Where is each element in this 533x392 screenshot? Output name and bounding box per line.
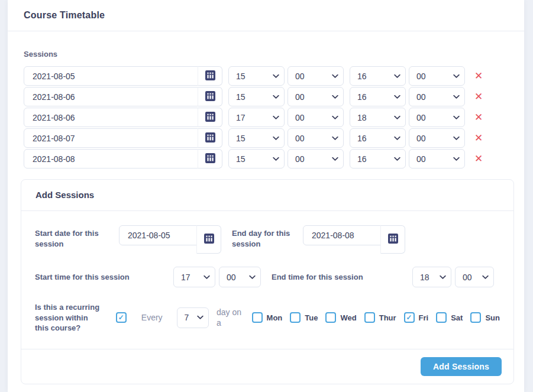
session-date-input[interactable] [24, 87, 198, 106]
session-date-input[interactable] [24, 149, 198, 169]
add-sessions-header: Add Sessions [21, 180, 513, 211]
calendar-icon [205, 132, 215, 142]
start-hour-select-wrap: 15 [228, 128, 285, 148]
weekday-item: Mon [252, 312, 283, 323]
weekday-label: Fri [419, 313, 429, 322]
session-date-group [24, 108, 222, 127]
end-hour-select-wrap: 16 [350, 128, 406, 148]
weekday-checkbox[interactable] [290, 312, 301, 323]
delete-session-icon[interactable]: ✕ [474, 71, 483, 81]
session-end-minute-select[interactable]: 00 [409, 108, 465, 127]
end-time-minute-wrap: 00 [455, 267, 494, 287]
session-row: 17 00 18 00 [24, 108, 511, 127]
end-hour-select-wrap: 18 [350, 108, 406, 127]
end-hour-select-wrap: 16 [350, 149, 406, 169]
recurring-checkbox[interactable] [116, 312, 127, 323]
session-end-hour-select[interactable]: 16 [350, 66, 406, 86]
start-hour-select-wrap: 15 [228, 66, 285, 86]
end-minute-select-wrap: 00 [409, 87, 465, 106]
weekday-label: Sun [485, 313, 500, 322]
session-end-hour-select[interactable]: 16 [350, 87, 406, 106]
session-date-input[interactable] [24, 66, 198, 86]
session-end-minute-select[interactable]: 00 [409, 66, 465, 86]
add-sessions-title: Add Sessions [35, 190, 94, 200]
calendar-button[interactable] [198, 66, 222, 86]
weekday-checkbox[interactable] [252, 312, 263, 323]
weekday-checkbox[interactable] [404, 312, 415, 323]
weekday-checkboxes: Mon Tue Wed Thur [252, 312, 500, 323]
panel-header: Course Timetable [8, 0, 524, 31]
session-rows: 15 00 16 00 [24, 66, 511, 169]
calendar-button[interactable] [380, 225, 405, 254]
end-time-hour-select[interactable]: 18 [412, 267, 451, 287]
session-end-hour-select[interactable]: 16 [350, 128, 406, 148]
session-date-group [24, 128, 222, 148]
session-date-input[interactable] [24, 108, 198, 127]
start-time-minute-select[interactable]: 00 [219, 267, 261, 287]
start-minute-select-wrap: 00 [288, 66, 344, 86]
add-sessions-card: Add Sessions Start date for this session… [21, 179, 514, 384]
delete-session-icon[interactable]: ✕ [474, 154, 483, 164]
session-date-group [24, 87, 222, 106]
session-date-group [24, 149, 222, 169]
end-date-input[interactable] [303, 225, 381, 245]
session-start-hour-select[interactable]: 15 [228, 149, 285, 169]
calendar-button[interactable] [198, 108, 222, 127]
start-date-input[interactable] [119, 225, 197, 245]
weekday-checkbox[interactable] [325, 312, 336, 323]
weekday-label: Thur [379, 313, 396, 322]
delete-session-icon[interactable]: ✕ [474, 92, 483, 102]
session-start-hour-select[interactable]: 15 [228, 66, 285, 86]
session-start-hour-select[interactable]: 17 [228, 108, 285, 127]
session-date-input[interactable] [24, 128, 198, 148]
end-time-hour-wrap: 18 [412, 267, 451, 287]
weekday-item: Fri [404, 312, 429, 323]
start-hour-select-wrap: 15 [228, 87, 285, 106]
weekday-item: Sat [436, 312, 463, 323]
start-minute-select-wrap: 00 [288, 87, 344, 106]
calendar-icon [205, 91, 215, 101]
end-time-minute-select[interactable]: 00 [455, 267, 494, 287]
session-row: 15 00 16 00 [24, 87, 511, 106]
session-start-hour-select[interactable]: 15 [228, 128, 285, 148]
calendar-button[interactable] [198, 149, 222, 169]
calendar-icon [204, 234, 214, 244]
weekday-checkbox[interactable] [364, 312, 375, 323]
session-end-minute-select[interactable]: 00 [409, 128, 465, 148]
start-time-hour-select[interactable]: 17 [173, 267, 215, 287]
session-end-minute-select[interactable]: 00 [409, 149, 465, 169]
session-end-hour-select[interactable]: 16 [350, 149, 406, 169]
end-date-group [303, 225, 405, 254]
delete-session-icon[interactable]: ✕ [474, 112, 483, 122]
weekday-checkbox[interactable] [436, 312, 447, 323]
session-end-minute-select[interactable]: 00 [409, 87, 465, 106]
calendar-button[interactable] [198, 128, 222, 148]
calendar-icon [205, 112, 215, 122]
add-sessions-button[interactable]: Add Sessions [421, 357, 502, 376]
session-start-minute-select[interactable]: 00 [288, 108, 344, 127]
start-time-label: Start time for this session [35, 272, 173, 283]
weekday-label: Mon [267, 313, 283, 322]
delete-session-icon[interactable]: ✕ [474, 133, 483, 143]
calendar-button[interactable] [196, 225, 221, 254]
weekday-item: Wed [325, 312, 356, 323]
calendar-button[interactable] [198, 87, 222, 106]
start-date-label: Start date for this session [35, 225, 119, 249]
session-start-minute-select[interactable]: 00 [288, 128, 344, 148]
session-row: 15 00 16 00 [24, 149, 511, 169]
interval-select[interactable]: 7 [177, 307, 209, 328]
interval-select-wrap: 7 [177, 307, 209, 328]
recurring-row: Is this a recurring session within this … [35, 302, 500, 333]
session-start-minute-select[interactable]: 00 [288, 87, 344, 106]
panel-body: Sessions 15 00 [8, 31, 524, 384]
session-start-hour-select[interactable]: 15 [228, 87, 285, 106]
session-row: 15 00 16 00 [24, 66, 511, 86]
weekday-checkbox[interactable] [470, 312, 481, 323]
session-start-minute-select[interactable]: 00 [288, 66, 344, 86]
time-range-row: Start time for this session 17 00 End ti… [35, 267, 500, 287]
end-minute-select-wrap: 00 [409, 108, 465, 127]
session-end-hour-select[interactable]: 18 [350, 108, 406, 127]
start-hour-select-wrap: 15 [228, 149, 285, 169]
session-start-minute-select[interactable]: 00 [288, 149, 344, 169]
end-date-label: End day for this session [232, 225, 303, 249]
